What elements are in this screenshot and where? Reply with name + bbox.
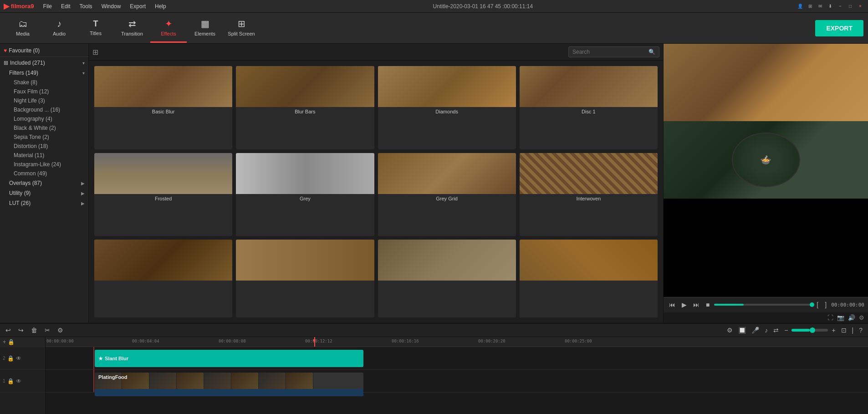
sidebar-faux-film[interactable]: Faux Film (12) bbox=[0, 87, 88, 96]
download-icon[interactable]: ⬇ bbox=[826, 2, 834, 10]
effect-disc1[interactable]: Disc 1 bbox=[520, 66, 658, 149]
lock-track-icon[interactable]: 🔒 bbox=[8, 339, 15, 345]
clip-slant-blur[interactable]: ★ Slant Blur bbox=[95, 350, 363, 367]
toolbar-audio[interactable]: ♪ Audio bbox=[41, 14, 77, 43]
fit-button[interactable]: ⊡ bbox=[839, 326, 848, 335]
toolbar-transition[interactable]: ⇄ Transition bbox=[114, 14, 150, 43]
stop-button[interactable]: ■ bbox=[704, 300, 711, 309]
toolbar-effects[interactable]: ✦ Effects bbox=[150, 14, 187, 43]
track-1-number: 1 bbox=[3, 378, 5, 383]
screenshot-icon[interactable]: 📷 bbox=[837, 314, 844, 321]
effect-thumb-basic-blur bbox=[94, 66, 232, 107]
skip-forward-button[interactable]: ⏭ bbox=[691, 300, 701, 309]
window-controls: 👤 ⊞ ✉ ⬇ − □ × bbox=[796, 2, 864, 10]
export-button[interactable]: EXPORT bbox=[815, 20, 863, 36]
profile-icon[interactable]: 👤 bbox=[796, 2, 804, 10]
effect-row3a[interactable] bbox=[94, 240, 232, 317]
sidebar-lut[interactable]: LUT (26) ▶ bbox=[0, 198, 88, 208]
zoom-in-button[interactable]: + bbox=[830, 326, 837, 335]
effect-row3b[interactable] bbox=[236, 240, 374, 317]
effect-thumb-frosted bbox=[94, 153, 232, 194]
search-box[interactable]: 🔍 bbox=[568, 46, 659, 57]
menu-window[interactable]: Window bbox=[98, 2, 125, 10]
volume-icon[interactable]: 🔊 bbox=[848, 314, 855, 321]
view-grid-icon[interactable]: ⊞ bbox=[92, 48, 98, 56]
audio-button[interactable]: ♪ bbox=[763, 326, 770, 335]
zoom-slider[interactable] bbox=[791, 329, 828, 332]
effect-label-row3b bbox=[236, 281, 374, 284]
effect-grey-grid[interactable]: Grey Grid bbox=[378, 153, 516, 236]
sidebar-utility[interactable]: Utility (9) ▶ bbox=[0, 188, 88, 198]
adjust-button[interactable]: ⚙ bbox=[56, 326, 65, 335]
sidebar-shake[interactable]: Shake (8) bbox=[0, 78, 88, 87]
help-button[interactable]: ? bbox=[857, 326, 864, 335]
fullscreen-icon[interactable]: ⛶ bbox=[827, 314, 833, 321]
mic-button[interactable]: 🎤 bbox=[750, 326, 761, 335]
sidebar-sepia-tone[interactable]: Sepia Tone (2) bbox=[0, 133, 88, 142]
split-button[interactable]: | bbox=[850, 326, 856, 335]
sidebar-lomography[interactable]: Lomography (4) bbox=[0, 114, 88, 123]
sidebar-distortion[interactable]: Distortion (18) bbox=[0, 142, 88, 151]
bracket-right-button[interactable]: ] bbox=[823, 300, 828, 309]
cut-button[interactable]: ✂ bbox=[43, 326, 52, 335]
effect-thumb-disc1 bbox=[520, 66, 658, 107]
sidebar-background[interactable]: Background ... (16) bbox=[0, 105, 88, 114]
maximize-button[interactable]: □ bbox=[846, 2, 854, 10]
effect-blur-bars[interactable]: Blur Bars bbox=[236, 66, 374, 149]
effects-icon: ✦ bbox=[165, 18, 173, 29]
menu-tools[interactable]: Tools bbox=[76, 2, 96, 10]
sidebar-material[interactable]: Material (11) bbox=[0, 151, 88, 160]
effect-diamonds[interactable]: Diamonds bbox=[378, 66, 516, 149]
grid-icon[interactable]: ⊞ bbox=[806, 2, 814, 10]
add-track-icon[interactable]: + bbox=[3, 339, 6, 345]
sidebar-filters[interactable]: Filters (149) ▾ bbox=[0, 68, 88, 78]
redo-button[interactable]: ↪ bbox=[16, 326, 26, 335]
undo-button[interactable]: ↩ bbox=[4, 326, 13, 335]
clip-audio-track[interactable] bbox=[95, 389, 363, 396]
effect-frosted[interactable]: Frosted bbox=[94, 153, 232, 236]
menu-edit[interactable]: Edit bbox=[57, 2, 74, 10]
sidebar-night-life[interactable]: Night Life (3) bbox=[0, 96, 88, 105]
sidebar-instagram[interactable]: Instagram-Like (24) bbox=[0, 160, 88, 169]
transition-icon: ⇄ bbox=[128, 18, 136, 29]
effect-basic-blur[interactable]: Basic Blur bbox=[94, 66, 232, 149]
effect-row3d[interactable] bbox=[520, 240, 658, 317]
delete-button[interactable]: 🗑 bbox=[29, 326, 39, 335]
snap-button[interactable]: 🔲 bbox=[736, 326, 748, 335]
track-1-eye-icon[interactable]: 👁 bbox=[16, 378, 21, 384]
sidebar-favourite[interactable]: ♥ Favourite (0) bbox=[0, 46, 88, 56]
settings-icon[interactable]: ⚙ bbox=[859, 314, 864, 321]
search-input[interactable] bbox=[572, 49, 647, 55]
replace-button[interactable]: ⇄ bbox=[771, 326, 781, 335]
toolbar-elements[interactable]: ▦ Elements bbox=[187, 14, 223, 43]
bracket-left-button[interactable]: [ bbox=[815, 300, 820, 309]
effects-grid: Basic Blur Blur Bars Diamonds Disc 1 Fro… bbox=[89, 61, 663, 323]
effect-grey[interactable]: Grey bbox=[236, 153, 374, 236]
menu-help[interactable]: Help bbox=[151, 2, 170, 10]
close-button[interactable]: × bbox=[856, 2, 864, 10]
effects-panel: ⊞ 🔍 Basic Blur Blur Bars Diamonds bbox=[89, 44, 663, 323]
toolbar-split-screen[interactable]: ⊞ Split Screen bbox=[223, 14, 260, 43]
toolbar-media[interactable]: 🗂 Media bbox=[5, 14, 41, 43]
track-1-lock-icon[interactable]: 🔒 bbox=[7, 378, 14, 384]
play-button[interactable]: ▶ bbox=[680, 300, 689, 309]
track-2-lock-icon[interactable]: 🔒 bbox=[7, 355, 14, 362]
menu-file[interactable]: File bbox=[40, 2, 56, 10]
effect-interwoven[interactable]: Interwoven bbox=[520, 153, 658, 236]
skip-back-button[interactable]: ⏮ bbox=[667, 300, 677, 309]
minimize-button[interactable]: − bbox=[836, 2, 844, 10]
mail-icon[interactable]: ✉ bbox=[816, 2, 824, 10]
sidebar-overlays[interactable]: Overlays (87) ▶ bbox=[0, 178, 88, 188]
titles-icon: T bbox=[93, 19, 98, 29]
sidebar-included[interactable]: ⊞ Included (271) ▾ bbox=[0, 58, 88, 68]
render-button[interactable]: ⚙ bbox=[725, 326, 735, 335]
toolbar-titles[interactable]: T Titles bbox=[77, 14, 114, 43]
effect-row3c[interactable] bbox=[378, 240, 516, 317]
sidebar-black-white[interactable]: Black & White (2) bbox=[0, 123, 88, 133]
clip-plating-food[interactable]: PlatingFood bbox=[95, 373, 363, 390]
sidebar-common[interactable]: Common (49) bbox=[0, 169, 88, 178]
progress-bar[interactable] bbox=[714, 304, 812, 306]
track-2-eye-icon[interactable]: 👁 bbox=[16, 355, 21, 362]
menu-export[interactable]: Export bbox=[126, 2, 149, 10]
zoom-out-button[interactable]: − bbox=[782, 326, 790, 335]
